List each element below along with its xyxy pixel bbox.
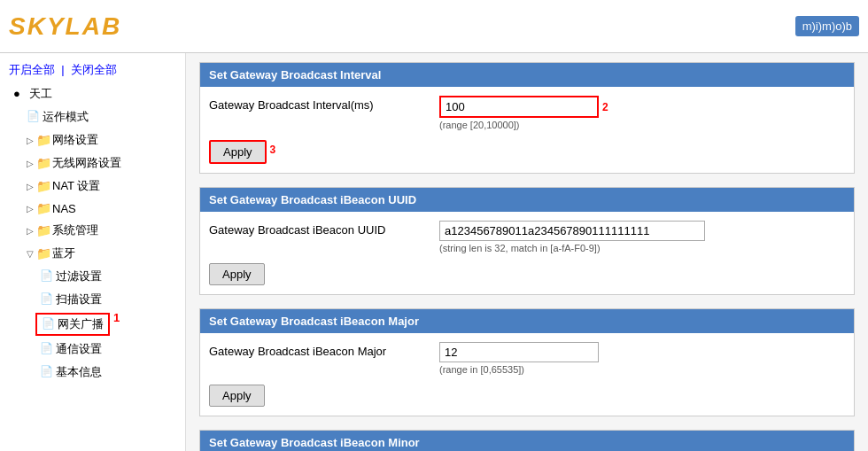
folder-icon-wangluo: 📁	[36, 133, 50, 147]
sidebar-toggle-row: 开启全部 | 关闭全部	[0, 58, 185, 82]
body: 开启全部 | 关闭全部 ● 天工 📄 运作模式 ▷ 📁 网络设置	[0, 53, 868, 451]
section-body-major: Gateway Broadcast iBeacon Major (range i…	[200, 333, 854, 416]
tree-item-xitong[interactable]: ▷ 📁 系统管理	[0, 219, 185, 242]
input-interval[interactable]	[439, 96, 599, 118]
tree-item-wanguan[interactable]: 📄 网关广播 1	[0, 311, 185, 338]
input-group-uuid: (string len is 32, match in [a-fA-F0-9])	[439, 221, 705, 253]
expand-wangluo[interactable]: ▷	[27, 136, 34, 145]
tree-item-wuxian[interactable]: ▷ 📁 无线网路设置	[0, 152, 185, 175]
folder-icon-nat: 📁	[36, 179, 50, 193]
tree-item-tongxin[interactable]: 📄 通信设置	[0, 338, 185, 361]
input-group-interval: 2 (range [20,10000])	[439, 96, 608, 130]
tree-item-tiangong[interactable]: ● 天工	[0, 82, 185, 105]
tree-item-yunzuo[interactable]: 📄 运作模式	[0, 105, 185, 128]
tree-item-jibenxinxi[interactable]: 📄 基本信息	[0, 361, 185, 384]
input-uuid[interactable]	[439, 221, 705, 241]
expand-xitong[interactable]: ▷	[27, 226, 34, 236]
section-body-uuid: Gateway Broadcast iBeacon UUID (string l…	[200, 212, 854, 294]
folder-icon-bluetooth: 📁	[36, 246, 50, 260]
doc-icon-saomiao: 📄	[40, 292, 54, 307]
close-all-link[interactable]: 关闭全部	[71, 63, 117, 76]
section-body-broadcast-interval: Gateway Broadcast Interval(ms) 2 (range …	[200, 87, 854, 173]
section-ibeacon-major: Set Gateway Broadcast iBeacon Major Gate…	[199, 308, 855, 416]
expand-wuxian[interactable]: ▷	[27, 159, 34, 168]
apply-button-interval[interactable]: Apply	[209, 140, 267, 164]
section-ibeacon-minor: Set Gateway Broadcast iBeacon Minor Gate…	[199, 430, 855, 451]
header: SKYLAB m)i)m)o)b	[0, 0, 868, 53]
apply-button-major[interactable]: Apply	[209, 385, 265, 407]
section-header-minor: Set Gateway Broadcast iBeacon Minor	[200, 431, 854, 451]
hint-uuid: (string len is 32, match in [a-fA-F0-9])	[439, 243, 705, 253]
doc-icon-wanguan: 📄	[42, 317, 56, 331]
section-broadcast-interval: Set Gateway Broadcast Interval Gateway B…	[199, 62, 855, 174]
expand-bluetooth[interactable]: ▽	[27, 249, 34, 259]
form-row-major: Gateway Broadcast iBeacon Major (range i…	[209, 342, 845, 375]
tree-item-nas[interactable]: ▷ 📁 NAS	[0, 198, 185, 219]
logo-text: SKYLAB	[9, 12, 121, 40]
doc-icon-jibenxinxi: 📄	[40, 365, 54, 379]
tree-item-wangluo[interactable]: ▷ 📁 网络设置	[0, 128, 185, 152]
expand-nas[interactable]: ▷	[27, 204, 34, 214]
annotation-1: 1	[113, 311, 120, 324]
input-group-major: (range in [0,65535])	[439, 342, 599, 375]
folder-icon-wuxian: 📁	[36, 156, 50, 170]
annotation-3: 3	[270, 144, 276, 156]
doc-icon-yunzuo: 📄	[27, 110, 41, 124]
input-major[interactable]	[439, 342, 599, 362]
open-all-link[interactable]: 开启全部	[9, 63, 55, 76]
form-row-interval: Gateway Broadcast Interval(ms) 2 (range …	[209, 96, 845, 130]
tree-item-bluetooth[interactable]: ▽ 📁 蓝牙	[0, 242, 185, 265]
expand-nat[interactable]: ▷	[27, 182, 34, 191]
tree-item-nat[interactable]: ▷ 📁 NAT 设置	[0, 175, 185, 198]
sidebar: 开启全部 | 关闭全部 ● 天工 📄 运作模式 ▷ 📁 网络设置	[0, 53, 186, 451]
main-content: Set Gateway Broadcast Interval Gateway B…	[186, 53, 868, 451]
section-header-uuid: Set Gateway Broadcast iBeacon UUID	[200, 188, 854, 212]
logo: SKYLAB	[9, 12, 121, 41]
doc-icon-tongxin: 📄	[40, 342, 54, 356]
tree-item-guolv[interactable]: 📄 过滤设置	[0, 265, 185, 288]
tree-item-saomiao[interactable]: 📄 扫描设置	[0, 288, 185, 311]
label-uuid: Gateway Broadcast iBeacon UUID	[209, 221, 439, 237]
hint-interval: (range [20,10000])	[439, 120, 608, 130]
folder-icon-nas: 📁	[36, 201, 50, 215]
form-row-uuid: Gateway Broadcast iBeacon UUID (string l…	[209, 221, 845, 253]
mimo-badge: m)i)m)o)b	[795, 16, 859, 36]
label-major: Gateway Broadcast iBeacon Major	[209, 342, 439, 358]
tiangong-icon: ●	[13, 87, 27, 101]
folder-icon-xitong: 📁	[36, 223, 50, 237]
label-interval: Gateway Broadcast Interval(ms)	[209, 96, 439, 112]
hint-major: (range in [0,65535])	[439, 364, 599, 375]
section-header-broadcast-interval: Set Gateway Broadcast Interval	[200, 63, 854, 87]
annotation-2: 2	[602, 101, 608, 113]
section-header-major: Set Gateway Broadcast iBeacon Major	[200, 309, 854, 333]
doc-icon-guolv: 📄	[40, 269, 54, 284]
section-ibeacon-uuid: Set Gateway Broadcast iBeacon UUID Gatew…	[199, 187, 855, 295]
apply-button-uuid[interactable]: Apply	[209, 263, 265, 285]
